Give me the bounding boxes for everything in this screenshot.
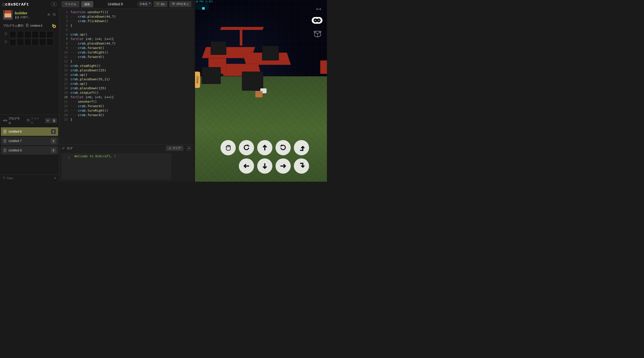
delete-file-button[interactable] <box>51 148 56 153</box>
cube-icon <box>156 2 160 6</box>
viewport-3d[interactable]: 20 FPS (1-57) Close <box>195 0 327 182</box>
svg-rect-5 <box>27 119 29 121</box>
inventory-slot[interactable] <box>39 39 46 46</box>
refresh-icon[interactable] <box>52 13 56 17</box>
top-menu-bar: ファイル 編集 Untitled 6 日本語 IDs APIを学ぶ <box>59 0 194 9</box>
tab-files[interactable]: ファイル <box>26 116 43 126</box>
inventory-slot[interactable] <box>10 39 16 46</box>
log-message: Welcome to 8x9craft, ! <box>72 154 116 162</box>
filter-icon <box>3 177 5 180</box>
exec-file-name: Untitled 6 <box>30 24 42 27</box>
file-item[interactable]: Untitled 6 <box>1 127 58 136</box>
code-icon: </> <box>3 119 8 122</box>
log-title: ログ <box>67 146 73 150</box>
resize-horizontal-icon[interactable] <box>315 5 322 13</box>
language-select[interactable]: 日本語 <box>138 2 152 7</box>
inventory-slot[interactable] <box>32 31 39 38</box>
level-up-button[interactable] <box>294 140 309 155</box>
file-name: Untitled 7 <box>8 139 49 143</box>
inventory <box>0 30 59 47</box>
level-down-button[interactable] <box>294 158 309 174</box>
hand-icon <box>3 31 8 37</box>
ids-button[interactable]: IDs <box>154 1 168 7</box>
file-item[interactable]: Untitled 8 <box>1 146 58 155</box>
eraser-icon <box>168 147 171 150</box>
inventory-slot[interactable] <box>32 39 39 46</box>
inventory-slot[interactable] <box>10 31 16 38</box>
eye-icon[interactable] <box>47 13 50 17</box>
hand-icon <box>3 39 8 45</box>
run-button[interactable] <box>51 23 56 29</box>
left-button[interactable] <box>239 158 254 174</box>
graduation-icon <box>172 2 175 6</box>
fps-counter: 20 FPS (1-57) <box>196 1 213 10</box>
exec-label: プログラム実行: <box>3 24 24 28</box>
filter-clear-button[interactable]: ✕ <box>54 177 56 180</box>
tab-programs[interactable]: </> プログラム <box>2 116 24 126</box>
builder-name: builder <box>15 11 45 16</box>
pause-icon: ❚❚ <box>15 16 19 19</box>
file-name: Untitled 8 <box>8 149 49 152</box>
inventory-slot[interactable] <box>46 31 54 38</box>
inventory-slot[interactable] <box>24 31 31 38</box>
menu-file[interactable]: ファイル <box>62 1 80 8</box>
sidebar: ⬚c8x9CrAFt builder ❚❚ 待機中... <box>0 0 59 182</box>
copy-icon <box>26 119 30 122</box>
filter-label: Filter: <box>7 177 14 180</box>
inventory-slot[interactable] <box>17 39 24 46</box>
inventory-slot[interactable] <box>46 39 54 46</box>
file-name: Untitled 6 <box>8 130 49 133</box>
code-editor[interactable]: 1234567891011121314151617181920212223242… <box>59 9 194 144</box>
rotate-left-button[interactable] <box>239 140 254 155</box>
file-icon <box>3 149 7 152</box>
builder-avatar <box>3 10 12 20</box>
document-title: Untitled 6 <box>95 2 136 6</box>
file-icon <box>3 130 7 133</box>
upload-button[interactable] <box>52 118 57 123</box>
file-item[interactable]: Untitled 7 <box>1 137 58 145</box>
up-button[interactable] <box>257 140 272 155</box>
gamepad-button[interactable] <box>312 17 322 24</box>
delete-file-button[interactable] <box>51 129 56 134</box>
learn-api-button[interactable]: APIを学ぶ <box>169 1 192 7</box>
svg-point-4 <box>54 26 55 27</box>
inventory-slot[interactable] <box>24 39 31 46</box>
inventory-slot[interactable] <box>17 31 24 38</box>
log-collapse-button[interactable]: ▾ <box>187 146 191 150</box>
menu-edit[interactable]: 編集 <box>81 1 93 8</box>
file-icon <box>26 24 29 28</box>
builder-status: ❚❚ 待機中... <box>15 16 45 19</box>
down-button[interactable] <box>257 158 272 174</box>
inventory-slot[interactable] <box>39 31 46 38</box>
package-icon[interactable] <box>312 29 322 38</box>
app-logo: ⬚c8x9CrAFt <box>3 2 29 7</box>
svg-point-13 <box>315 20 316 21</box>
sidebar-collapse-button[interactable] <box>52 2 56 7</box>
svg-rect-6 <box>28 120 29 121</box>
dpad-controls <box>220 140 310 175</box>
add-file-button[interactable]: + <box>45 118 50 123</box>
svg-point-1 <box>48 14 49 15</box>
grab-button[interactable] <box>220 140 236 155</box>
rotate-right-button[interactable] <box>276 140 291 155</box>
gear-icon <box>52 24 57 29</box>
file-icon <box>3 139 7 143</box>
delete-file-button[interactable] <box>51 139 56 143</box>
log-panel: ログ クリア ▾ 1 Welcome to 8x9craft, ! <box>59 144 194 182</box>
log-clear-button[interactable]: クリア <box>166 146 183 151</box>
right-button[interactable] <box>276 158 291 174</box>
editor-column: ファイル 編集 Untitled 6 日本語 IDs APIを学ぶ 123456… <box>59 0 194 182</box>
fps-graph <box>196 3 209 10</box>
svg-point-14 <box>318 20 319 21</box>
close-panel-tab[interactable]: Close <box>195 72 200 88</box>
edit-icon <box>62 146 65 150</box>
